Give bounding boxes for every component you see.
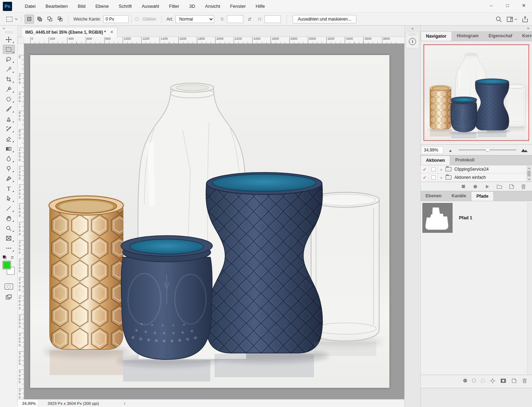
delete-icon[interactable] [521, 184, 526, 189]
scroll-down-icon[interactable] [528, 179, 530, 180]
workspace-switcher[interactable] [506, 16, 517, 23]
menu-item[interactable]: Fenster [225, 0, 251, 12]
tab-protokoll[interactable]: Protokoll [450, 155, 479, 165]
antialias-checkbox[interactable] [135, 17, 139, 21]
intersect-selection-button[interactable] [55, 15, 65, 24]
foreground-color-swatch[interactable] [2, 261, 11, 269]
maximize-button[interactable]: □ [499, 0, 516, 11]
zoom-tool[interactable] [3, 224, 15, 233]
feather-input[interactable] [103, 15, 129, 23]
tab-korrekturen[interactable]: Korrekture [517, 31, 532, 41]
clone-stamp-tool[interactable] [3, 114, 15, 123]
minimize-button[interactable]: – [483, 0, 499, 11]
scroll-up-icon[interactable] [528, 167, 530, 169]
magic-wand-tool[interactable] [3, 65, 15, 74]
link-dimensions-icon[interactable] [247, 16, 253, 22]
expand-chevron-icon[interactable]: › [438, 175, 445, 180]
menu-item[interactable]: Ebene [90, 0, 114, 12]
menu-item[interactable]: Schrift [114, 0, 137, 12]
close-button[interactable]: ✕ [516, 0, 532, 11]
blur-tool[interactable] [3, 154, 15, 163]
new-action-icon[interactable] [509, 184, 514, 189]
rectangular-marquee-tool[interactable] [3, 45, 15, 54]
menu-item[interactable]: 3D [184, 0, 200, 12]
swap-colors-icon[interactable] [10, 255, 15, 260]
quick-mask-button[interactable] [5, 284, 13, 290]
action-set-row[interactable]: ✓ › ClippingService24 [421, 165, 532, 174]
edit-toolbar-button[interactable] [3, 243, 15, 253]
toolbar-grip[interactable] [5, 31, 13, 33]
pen-tool[interactable] [3, 174, 15, 183]
zoom-out-icon[interactable] [448, 148, 454, 152]
history-brush-tool[interactable] [3, 124, 15, 133]
paths-scrollbar[interactable] [527, 203, 531, 386]
menu-item[interactable]: Hilfe [251, 0, 270, 12]
expand-chevron-icon[interactable]: › [438, 167, 445, 172]
action-enabled-check-icon[interactable]: ✓ [421, 174, 429, 181]
search-icon[interactable] [495, 16, 502, 23]
canvas-pasteboard[interactable] [24, 44, 404, 399]
make-work-path-icon[interactable] [490, 378, 495, 384]
subtract-from-selection-button[interactable] [45, 15, 55, 24]
height-input[interactable] [265, 15, 281, 23]
fill-path-icon[interactable] [463, 379, 467, 383]
line-tool[interactable] [3, 204, 15, 213]
tab-navigator[interactable]: Navigator [421, 31, 452, 41]
eraser-tool[interactable] [3, 134, 15, 143]
scrollbar-thumb[interactable] [527, 171, 531, 176]
stop-recording-icon[interactable] [460, 184, 466, 189]
tab-eigenschaften[interactable]: Eigenschaf [483, 31, 517, 41]
horizontal-ruler[interactable]: 0200400600800100012001400160018002000220… [24, 37, 404, 44]
delete-path-icon[interactable] [522, 378, 527, 384]
path-row[interactable]: Pfad 1 [421, 201, 532, 233]
menu-item[interactable]: Ansicht [200, 0, 225, 12]
action-dialog-toggle[interactable] [429, 165, 438, 173]
path-thumbnail[interactable] [422, 203, 453, 233]
zoom-in-icon[interactable] [521, 147, 528, 153]
toolbar-expand-control[interactable]: » [0, 26, 17, 31]
navigator-zoom-slider[interactable] [459, 149, 516, 150]
dodge-tool[interactable] [3, 164, 15, 173]
style-select[interactable]: Normal [175, 15, 214, 23]
new-set-folder-icon[interactable] [497, 184, 502, 189]
dock-grip[interactable] [409, 33, 416, 35]
tool-preset-picker[interactable] [6, 17, 18, 22]
new-selection-button[interactable] [24, 15, 34, 24]
stroke-path-icon[interactable] [472, 379, 476, 383]
navigator-preview[interactable] [423, 44, 529, 141]
zoom-slider-thumb[interactable] [486, 148, 490, 152]
navigator-zoom-value[interactable]: 34,99% [421, 146, 443, 154]
play-icon[interactable] [484, 184, 490, 189]
tab-close-icon[interactable]: ✕ [110, 30, 113, 34]
menu-item[interactable]: Bearbeiten [40, 0, 73, 12]
menu-item[interactable]: Auswahl [137, 0, 164, 12]
lasso-tool[interactable] [3, 55, 15, 64]
path-selection-tool[interactable] [3, 194, 15, 203]
actions-scrollbar[interactable] [527, 166, 531, 182]
menu-item[interactable]: Bild [73, 0, 90, 12]
vertical-ruler[interactable]: 0200400600800100012001400160018002000220… [18, 44, 24, 399]
tab-pfade[interactable]: Pfade [471, 191, 494, 201]
eyedropper-tool[interactable] [3, 84, 15, 94]
share-icon[interactable] [522, 16, 528, 23]
menu-item[interactable]: Datei [20, 0, 40, 12]
tab-kanaele[interactable]: Kanäle [447, 191, 471, 201]
document-canvas[interactable] [30, 55, 389, 388]
action-enabled-check-icon[interactable]: ✓ [421, 165, 429, 173]
frame-tool[interactable] [3, 233, 15, 243]
hand-tool[interactable] [3, 214, 15, 223]
brush-tool[interactable] [3, 104, 15, 114]
action-set-row[interactable]: ✓ › Aktionen einfach [421, 174, 532, 182]
tab-aktionen[interactable]: Aktionen [421, 155, 450, 165]
new-path-icon[interactable] [511, 378, 517, 384]
default-colors-icon[interactable] [2, 255, 7, 260]
status-options-chevron[interactable]: › [124, 401, 125, 406]
record-icon[interactable] [472, 184, 478, 189]
crop-tool[interactable] [3, 75, 15, 84]
tab-ebenen[interactable]: Ebenen [421, 191, 447, 201]
tab-histogram[interactable]: Histogram [452, 31, 484, 41]
collapse-panels-control[interactable]: « [405, 26, 420, 31]
expand-panels-control[interactable]: » [421, 26, 532, 31]
action-dialog-toggle[interactable] [429, 174, 438, 181]
add-mask-icon[interactable] [500, 378, 506, 384]
